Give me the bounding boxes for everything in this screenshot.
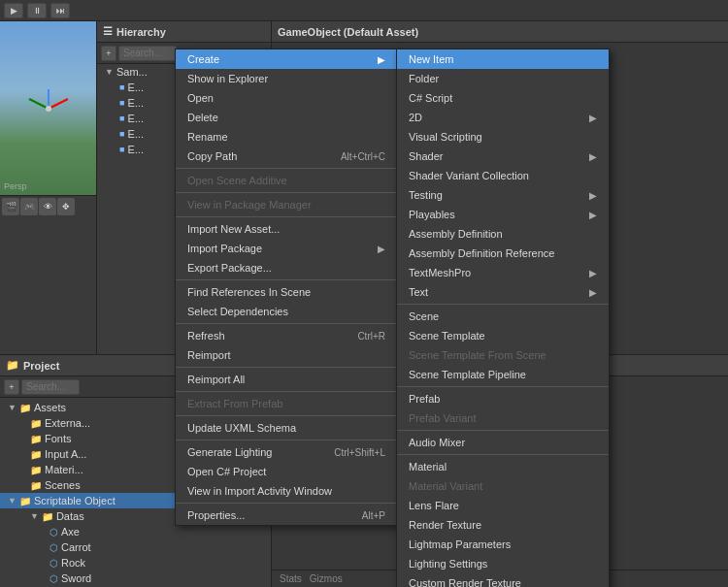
scriptable-expand-arrow: ▼ bbox=[8, 496, 17, 505]
submenu-new-item[interactable]: New Item bbox=[397, 49, 609, 69]
context-menu-copy-path[interactable]: Copy Path Alt+Ctrl+C bbox=[176, 147, 397, 166]
submenu-text[interactable]: Text ▶ bbox=[397, 282, 609, 302]
csharp-label: C# Script bbox=[409, 92, 452, 104]
context-menu-open[interactable]: Open bbox=[176, 88, 397, 108]
reimport-all-label: Reimport All bbox=[187, 374, 245, 385]
svg-point-3 bbox=[46, 106, 51, 112]
context-menu-reimport[interactable]: Reimport bbox=[176, 345, 397, 365]
assets-label: Assets bbox=[34, 402, 66, 413]
context-menu-reimport-all[interactable]: Reimport All bbox=[176, 370, 397, 389]
context-menu-delete[interactable]: Delete bbox=[176, 108, 397, 127]
2d-label: 2D bbox=[409, 112, 422, 123]
submenu-lightmap-parameters[interactable]: Lightmap Parameters bbox=[397, 535, 609, 554]
context-menu-create[interactable]: Create ▶ bbox=[176, 49, 397, 69]
submenu-assembly-definition[interactable]: Assembly Definition bbox=[397, 224, 609, 244]
context-menu-generate-lighting[interactable]: Generate Lighting Ctrl+Shift+L bbox=[176, 442, 397, 462]
submenu-audio-mixer[interactable]: Audio Mixer bbox=[397, 433, 609, 452]
view-import-activity-label: View in Import Activity Window bbox=[187, 485, 332, 497]
submenu-playables[interactable]: Playables ▶ bbox=[397, 205, 609, 224]
copy-path-shortcut: Alt+Ctrl+C bbox=[341, 151, 385, 162]
sep-1 bbox=[176, 168, 397, 169]
extract-prefab-label: Extract From Prefab bbox=[187, 398, 282, 409]
context-menu-find-references[interactable]: Find References In Scene bbox=[176, 282, 397, 302]
folder-label: Folder bbox=[409, 73, 439, 84]
fonts-folder-icon: 📁 bbox=[30, 434, 42, 444]
context-menu-select-dependencies[interactable]: Select Dependencies bbox=[176, 302, 397, 321]
audio-mixer-label: Audio Mixer bbox=[409, 437, 465, 448]
sep-4 bbox=[176, 279, 397, 280]
fonts-label: Fonts bbox=[45, 433, 72, 444]
submenu-assembly-definition-reference[interactable]: Assembly Definition Reference bbox=[397, 244, 609, 263]
stats-label[interactable]: Stats bbox=[280, 573, 302, 584]
submenu-lens-flare[interactable]: Lens Flare bbox=[397, 496, 609, 515]
sword-file-icon: ⬡ bbox=[50, 573, 58, 584]
show-in-explorer-label: Show in Explorer bbox=[187, 73, 268, 84]
hierarchy-panel: ☰ Hierarchy + ▼ Sam... ■ E... ■ E... ■ E… bbox=[97, 21, 272, 587]
pause-button[interactable]: ⏸ bbox=[27, 3, 47, 18]
axe-label: Axe bbox=[61, 526, 80, 538]
eye-icon[interactable]: 👁 bbox=[39, 198, 56, 215]
gizmos-label[interactable]: Gizmos bbox=[310, 573, 343, 584]
context-menu-import-package[interactable]: Import Package ▶ bbox=[176, 239, 397, 258]
sep-6 bbox=[176, 367, 397, 368]
context-menu-rename[interactable]: Rename bbox=[176, 127, 397, 147]
rename-label: Rename bbox=[187, 131, 228, 143]
submenu-folder[interactable]: Folder bbox=[397, 69, 609, 88]
submenu-sep-1 bbox=[397, 304, 609, 305]
shader-variant-label: Shader Variant Collection bbox=[409, 170, 529, 181]
svg-line-0 bbox=[49, 99, 68, 109]
context-menu-view-import-activity[interactable]: View in Import Activity Window bbox=[176, 481, 397, 501]
open-scene-additive-label: Open Scene Additive bbox=[187, 175, 287, 186]
submenu-material[interactable]: Material bbox=[397, 457, 609, 476]
top-bar: ▶ ⏸ ⏭ bbox=[0, 0, 728, 21]
context-menu-export-package[interactable]: Export Package... bbox=[176, 258, 397, 277]
scene-icon[interactable]: 🎬 bbox=[2, 198, 19, 215]
submenu-scene-template-pipeline[interactable]: Scene Template Pipeline bbox=[397, 365, 609, 384]
project-add-button[interactable]: + bbox=[4, 379, 19, 395]
game-icon[interactable]: 🎮 bbox=[20, 198, 38, 215]
submenu-prefab[interactable]: Prefab bbox=[397, 389, 609, 408]
context-menu-update-uxml[interactable]: Update UXML Schema bbox=[176, 418, 397, 438]
move-icon[interactable]: ✥ bbox=[57, 198, 75, 215]
project-title: Project bbox=[23, 360, 59, 372]
persp-label: Persp bbox=[4, 181, 27, 191]
context-menu-refresh[interactable]: Refresh Ctrl+R bbox=[176, 326, 397, 345]
submenu-custom-render-texture[interactable]: Custom Render Texture bbox=[397, 573, 609, 587]
submenu-textmeshpro[interactable]: TextMeshPro ▶ bbox=[397, 263, 609, 282]
submenu-2d[interactable]: 2D ▶ bbox=[397, 108, 609, 127]
context-menu-import-new-asset[interactable]: Import New Asset... bbox=[176, 219, 397, 239]
datas-expand-arrow: ▼ bbox=[30, 511, 39, 521]
project-search-input[interactable] bbox=[21, 379, 80, 395]
submenu-shader-variant[interactable]: Shader Variant Collection bbox=[397, 166, 609, 185]
properties-label: Properties... bbox=[187, 509, 245, 521]
open-csharp-label: Open C# Project bbox=[187, 466, 266, 477]
external-folder-icon: 📁 bbox=[30, 418, 42, 429]
submenu-scene[interactable]: Scene bbox=[397, 307, 609, 326]
playables-arrow: ▶ bbox=[589, 210, 597, 220]
assets-folder-icon: 📁 bbox=[19, 403, 31, 413]
assets-expand-arrow: ▼ bbox=[8, 403, 17, 412]
submenu-csharp-script[interactable]: C# Script bbox=[397, 88, 609, 108]
submenu-testing[interactable]: Testing ▶ bbox=[397, 185, 609, 205]
submenu-render-texture[interactable]: Render Texture bbox=[397, 515, 609, 535]
submenu-scene-template-from-scene: Scene Template From Scene bbox=[397, 345, 609, 365]
context-menu-extract-from-prefab: Extract From Prefab bbox=[176, 394, 397, 413]
datas-label: Datas bbox=[56, 510, 84, 522]
submenu-lighting-settings[interactable]: Lighting Settings bbox=[397, 554, 609, 573]
delete-label: Delete bbox=[187, 112, 218, 123]
carrot-file-icon: ⬡ bbox=[50, 542, 58, 553]
submenu-material-variant: Material Variant bbox=[397, 476, 609, 496]
context-menu-properties[interactable]: Properties... Alt+P bbox=[176, 505, 397, 525]
new-item-label: New Item bbox=[409, 53, 453, 65]
custom-render-texture-label: Custom Render Texture bbox=[409, 577, 521, 587]
submenu-sep-4 bbox=[397, 454, 609, 455]
submenu-visual-scripting[interactable]: Visual Scripting bbox=[397, 127, 609, 147]
submenu-scene-template[interactable]: Scene Template bbox=[397, 326, 609, 345]
play-button[interactable]: ▶ bbox=[4, 3, 23, 18]
submenu-shader[interactable]: Shader ▶ bbox=[397, 147, 609, 166]
submenu-sep-3 bbox=[397, 430, 609, 431]
step-button[interactable]: ⏭ bbox=[50, 3, 70, 18]
context-menu-open-csharp[interactable]: Open C# Project bbox=[176, 462, 397, 481]
scene-viewport[interactable]: Persp bbox=[0, 21, 96, 195]
context-menu-show-in-explorer[interactable]: Show in Explorer bbox=[176, 69, 397, 88]
